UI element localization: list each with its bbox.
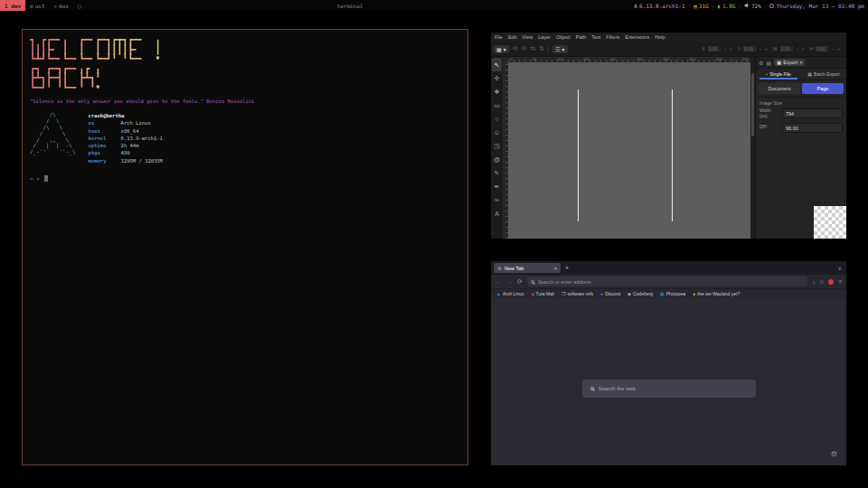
menu-extensions[interactable]: Extensions	[625, 34, 649, 40]
field-h[interactable]: H0.00−+	[810, 44, 841, 53]
menu-object[interactable]: Object	[556, 34, 571, 40]
memory-icon: ▮	[717, 3, 721, 9]
menu-button[interactable]: ≡	[838, 278, 842, 285]
rotate-ccw-icon[interactable]: ⟲	[513, 45, 518, 52]
prompt-symbol: ›	[36, 175, 40, 183]
wrench-icon[interactable]: ⚙	[759, 60, 763, 66]
tab-single-file[interactable]: ▪ Single File	[756, 69, 801, 80]
workspace-window[interactable]: ▢	[73, 0, 86, 11]
shell-prompt[interactable]: ~ ›	[30, 175, 460, 183]
menu-view[interactable]: View	[522, 34, 533, 40]
speaker-icon	[744, 3, 750, 8]
shape-builder-tool-icon[interactable]: ❖	[492, 85, 502, 99]
canvas-area: 050100150200250300350400450	[503, 57, 750, 239]
bookmark-label: Photopea	[666, 291, 685, 296]
increment-icon[interactable]: +	[836, 46, 841, 52]
batch-export-icon: ▦	[807, 71, 812, 77]
forward-button[interactable]: →	[506, 278, 513, 285]
scrollbar-thumb[interactable]	[751, 73, 754, 136]
box-3d-tool-icon[interactable]: ◳	[492, 139, 502, 153]
node-editor-tool-icon[interactable]: ✣	[492, 71, 502, 85]
bookmark-discord[interactable]: ●Discord	[600, 291, 620, 296]
disk-icon: ▤	[693, 3, 697, 9]
reload-button[interactable]: ⟳	[517, 278, 523, 286]
layers-icon[interactable]: ▤	[766, 60, 771, 66]
menu-layer[interactable]: Layer	[538, 34, 551, 40]
xywh-fields: X0.00−+Y0.00−+W0.00−+H0.00−+	[703, 44, 844, 53]
rotate-cw-icon[interactable]: ⟳	[522, 45, 527, 52]
bookmark-label: software refs	[567, 291, 593, 296]
decrement-icon[interactable]: −	[796, 46, 800, 52]
field-value[interactable]: 0.00	[741, 44, 758, 53]
web-search-box[interactable]: Search the web	[582, 380, 756, 398]
document-button[interactable]: Document	[759, 83, 800, 94]
drawing-canvas[interactable]	[508, 62, 750, 239]
back-button[interactable]: ←	[495, 278, 502, 285]
decrement-icon[interactable]: −	[831, 46, 835, 52]
field-value[interactable]: 0.00	[706, 44, 722, 53]
flip-vertical-icon[interactable]: ⇅	[539, 45, 544, 52]
rectangle-tool-icon[interactable]: ▭	[492, 99, 502, 112]
page-border-right	[672, 89, 673, 221]
flip-horizontal-icon[interactable]: ⇆	[530, 45, 535, 52]
spiral-tool-icon[interactable]: @	[492, 153, 502, 166]
personalize-gear-icon[interactable]: ⚙	[831, 450, 837, 458]
tab-close-icon[interactable]: ×	[554, 266, 557, 271]
ellipse-tool-icon[interactable]: ○	[492, 112, 502, 126]
pen-tool-icon[interactable]: ✒	[492, 180, 502, 193]
bookmark-photopea[interactable]: ▦Photopea	[660, 291, 685, 296]
quote-line: "Silence is the only answer you should g…	[30, 99, 460, 104]
star-tool-icon[interactable]: ✩	[492, 126, 502, 139]
kernel-version: 6.13.8-arch1-1	[639, 3, 685, 9]
clock-segment: Thursday, Mar 13 — 02:48 pm	[769, 3, 864, 9]
downloads-button[interactable]: ↓	[812, 278, 816, 285]
bookmark-codeberg[interactable]: ◆Codeberg	[627, 291, 653, 296]
bookmark-arch-linux[interactable]: ▲Arch Linux	[496, 291, 524, 296]
workspace-1-dev[interactable]: 1 dev	[0, 0, 25, 11]
home-button[interactable]: ⌂	[820, 278, 824, 285]
text-tool-icon[interactable]: A	[492, 207, 502, 221]
decrement-icon[interactable]: −	[723, 46, 728, 52]
field-label: Y	[738, 46, 741, 52]
width-input[interactable]: 794	[782, 108, 843, 118]
adblock-extension-icon[interactable]	[828, 279, 834, 285]
selector-tool-icon[interactable]: ↖	[492, 58, 502, 71]
menu-help[interactable]: Help	[655, 34, 665, 40]
workspace-ust[interactable]: ⚙ust	[25, 0, 49, 11]
menu-filters[interactable]: Filters	[606, 34, 619, 40]
decrement-icon[interactable]: −	[759, 46, 763, 52]
list-all-tabs-icon[interactable]: ∨	[838, 265, 844, 271]
bookmark-are-we-wayland-yet-[interactable]: ●Are we Wayland yet?	[693, 291, 740, 296]
menu-text[interactable]: Text	[591, 34, 600, 40]
align-dropdown[interactable]: ☰ ▾	[552, 45, 567, 53]
new-tab-button[interactable]: +	[565, 265, 569, 271]
increment-icon[interactable]: +	[801, 46, 806, 52]
menu-file[interactable]: File	[495, 34, 503, 40]
field-x[interactable]: X0.00−+	[703, 44, 733, 53]
url-bar[interactable]: Search or enter address	[527, 277, 807, 286]
tab-batch-export[interactable]: ▦ Batch Export	[801, 69, 846, 80]
menu-edit[interactable]: Edit	[508, 34, 516, 40]
field-value[interactable]: 0.00	[814, 44, 830, 53]
active-tab[interactable]: ⊕ New Tab ×	[494, 263, 561, 273]
menu-path[interactable]: Path	[576, 34, 586, 40]
field-y[interactable]: Y0.00−+	[738, 44, 769, 53]
increment-icon[interactable]: +	[729, 46, 733, 52]
page-button[interactable]: Page	[802, 83, 844, 94]
calligraphy-tool-icon[interactable]: ✑	[492, 193, 502, 207]
fetch-key: pkgs	[89, 149, 121, 156]
field-value[interactable]: 0.00	[778, 44, 795, 53]
bookmark-tuta-mail[interactable]: ■Tuta Mail	[532, 291, 554, 296]
fastfetch-block: /\ / \ /\ \ / \ / ,, \ / | | -\ /_-'' ''…	[30, 112, 460, 164]
bookmark-software-refs[interactable]: ❐software refs	[561, 291, 593, 296]
terminal-window[interactable]: ┓ ┏┏━╸╻ ┏━╸┏━┓┏┳┓┏━╸ ╻ ┃┃┃┣╸ ┃ ┃ ┃ ┃┃┃┃┣…	[22, 29, 468, 465]
pencil-tool-icon[interactable]: ✎	[492, 166, 502, 180]
workspace-mux[interactable]: »mux	[50, 0, 73, 11]
fetch-row-host: hostx86_64	[89, 127, 163, 135]
selection-mode-button[interactable]: ▦ ▾	[494, 45, 509, 53]
field-w[interactable]: W0.00−+	[773, 44, 806, 53]
export-dialog-tab[interactable]: ▣ Export ×	[774, 59, 805, 66]
dpi-input[interactable]: 96.00	[782, 123, 843, 133]
close-icon[interactable]: ×	[799, 60, 802, 65]
increment-icon[interactable]: +	[764, 46, 769, 52]
